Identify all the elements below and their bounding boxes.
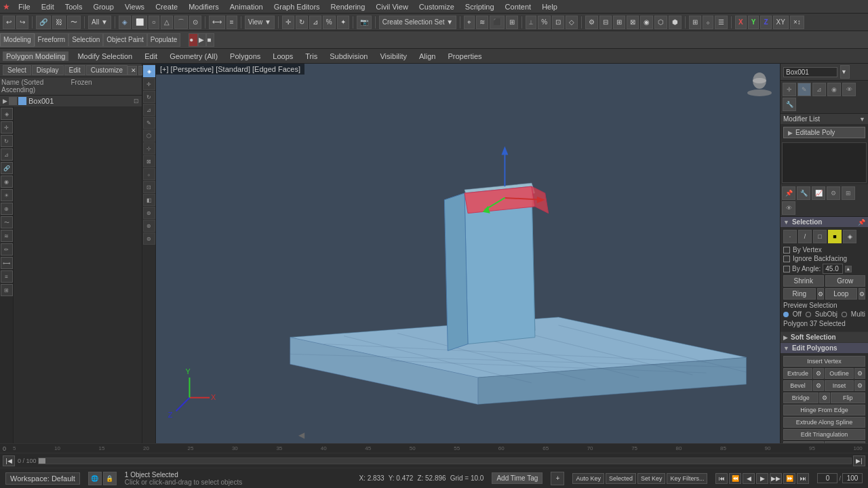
tool-misc6-btn[interactable]: ⊛ bbox=[143, 220, 155, 232]
select-region-fence[interactable]: △ bbox=[161, 16, 173, 29]
open-schematic[interactable]: ⊞ bbox=[689, 16, 701, 29]
populate-mode[interactable]: Populate bbox=[147, 33, 180, 47]
utilities-icon[interactable]: 🔧 bbox=[783, 98, 796, 111]
tool-link[interactable]: 🔗 bbox=[1, 162, 13, 174]
create-icon[interactable]: ✛ bbox=[783, 83, 796, 96]
eye-icon[interactable]: 👁 bbox=[782, 201, 795, 215]
set-key-btn[interactable]: Set Key bbox=[637, 473, 666, 484]
tool-snap-btn[interactable]: ⊹ bbox=[143, 142, 155, 155]
tool-layer[interactable]: ≋ bbox=[1, 230, 13, 242]
menu-create[interactable]: Create bbox=[150, 3, 183, 11]
tool-misc7-btn[interactable]: ⊜ bbox=[143, 232, 155, 245]
tool-camera[interactable]: ◉ bbox=[1, 176, 13, 188]
workspace-label[interactable]: Workspace: Default bbox=[5, 472, 80, 485]
current-frame-input[interactable] bbox=[817, 473, 837, 483]
select-filter[interactable]: All ▼ bbox=[88, 16, 111, 29]
edit-polygons-header[interactable]: ▼ Edit Polygons bbox=[781, 343, 868, 353]
menu-help[interactable]: Help bbox=[536, 3, 563, 11]
stop-rec[interactable]: ■ bbox=[206, 33, 214, 47]
axis-z[interactable]: Z bbox=[760, 16, 771, 29]
menu-animation[interactable]: Animation bbox=[224, 3, 269, 11]
retriangulate-btn[interactable]: Retriangulate bbox=[783, 441, 824, 443]
polygon-sel-icon[interactable]: ■ bbox=[828, 230, 842, 243]
tab-subdivision[interactable]: Subdivision bbox=[326, 52, 371, 61]
tool-misc1-btn[interactable]: ⊠ bbox=[143, 155, 155, 167]
create-selection-set[interactable]: Create Selection Set ▼ bbox=[379, 16, 456, 29]
tab-align[interactable]: Align bbox=[416, 52, 439, 61]
tab-properties[interactable]: Properties bbox=[444, 52, 485, 61]
place-highlight[interactable]: ◉ bbox=[640, 16, 653, 29]
tool-paint[interactable]: ✏ bbox=[1, 243, 13, 256]
tab-edit[interactable]: Edit bbox=[141, 52, 161, 61]
preview-multi-radio[interactable] bbox=[842, 312, 847, 317]
undo-button[interactable]: ↩ bbox=[3, 16, 15, 29]
key-mode[interactable]: ◇ bbox=[566, 16, 578, 29]
outline-settings[interactable]: ⚙ bbox=[854, 368, 865, 379]
bridge-settings[interactable]: ⚙ bbox=[819, 392, 830, 403]
tool-rotate-btn[interactable]: ↻ bbox=[143, 91, 155, 103]
viewport-navigation-hat[interactable] bbox=[743, 67, 776, 101]
material-editor[interactable]: ⬦ bbox=[703, 16, 713, 29]
ring-button[interactable]: Ring bbox=[783, 288, 816, 300]
tool-space-warp[interactable]: 〜 bbox=[1, 216, 13, 228]
timeline-scrubber[interactable] bbox=[38, 458, 852, 464]
redo-button[interactable]: ↪ bbox=[16, 16, 28, 29]
play-prev-frame[interactable]: ◀ bbox=[743, 473, 755, 484]
select-rotate[interactable]: ↻ bbox=[296, 16, 308, 29]
editable-poly-modifier[interactable]: ▶ Editable Poly bbox=[783, 127, 865, 138]
menu-rendering[interactable]: Rendering bbox=[326, 3, 371, 11]
obj-options-btn[interactable]: ▼ bbox=[840, 65, 850, 79]
rec-button[interactable]: ● bbox=[189, 33, 198, 47]
display-icon[interactable]: 👁 bbox=[842, 83, 856, 96]
vertex-sel-icon[interactable]: · bbox=[783, 230, 797, 243]
ribbon-toggle[interactable]: ⬛ bbox=[490, 16, 505, 29]
tab-tris[interactable]: Tris bbox=[302, 52, 321, 61]
selection-mode[interactable]: Selection bbox=[68, 33, 103, 47]
bevel-settings[interactable]: ⚙ bbox=[813, 380, 824, 391]
tab-visibility[interactable]: Visibility bbox=[376, 52, 410, 61]
menu-content[interactable]: Content bbox=[500, 3, 537, 11]
border-sel-icon[interactable]: □ bbox=[813, 230, 827, 243]
view-label[interactable]: View ▼ bbox=[245, 16, 275, 29]
ring-settings[interactable]: ⚙ bbox=[817, 288, 824, 300]
align-camera[interactable]: ⬡ bbox=[654, 16, 667, 29]
play-first-frame[interactable]: ⏮ bbox=[715, 473, 728, 484]
extrude-btn[interactable]: Extrude bbox=[783, 368, 812, 379]
selection-header[interactable]: ▼ Selection 📌 bbox=[781, 217, 868, 227]
play-next-frame[interactable]: ▶▶ bbox=[770, 473, 782, 484]
menu-tools[interactable]: Tools bbox=[60, 3, 88, 11]
selection-pin[interactable]: 📌 bbox=[858, 219, 865, 226]
scene-item-box001[interactable]: ▶ Box001 ⊡ bbox=[0, 96, 142, 106]
ignore-backfacing-checkbox[interactable] bbox=[783, 256, 790, 262]
select-region-rect[interactable]: ⬜ bbox=[132, 16, 147, 29]
play-last-frame[interactable]: ⏭ bbox=[797, 473, 809, 484]
tool-light[interactable]: ☀ bbox=[1, 189, 13, 201]
tab-geometry[interactable]: Geometry (All) bbox=[166, 52, 221, 61]
settings-icon[interactable]: ⚙ bbox=[827, 186, 840, 200]
menu-file[interactable]: File bbox=[13, 3, 36, 11]
insert-vertex-btn[interactable]: Insert Vertex bbox=[783, 356, 865, 367]
tab-polygons[interactable]: Polygons bbox=[226, 52, 264, 61]
element-sel-icon[interactable]: ◈ bbox=[843, 230, 856, 243]
close-panel[interactable]: ✕ bbox=[127, 66, 137, 75]
select-region-paint[interactable]: ⊙ bbox=[189, 16, 201, 29]
modifier-list-dropdown[interactable]: ▼ bbox=[859, 116, 865, 123]
modeling-mode[interactable]: Modeling bbox=[0, 33, 35, 47]
timeline-end[interactable]: ▶| bbox=[853, 455, 865, 466]
turn-btn[interactable]: Turn bbox=[825, 441, 865, 443]
edge-sel-icon[interactable]: / bbox=[798, 230, 812, 243]
menu-customize[interactable]: Customize bbox=[414, 3, 460, 11]
auto-grid[interactable]: ⊞ bbox=[506, 16, 518, 29]
scene-icon[interactable]: 🌐 bbox=[88, 472, 102, 485]
menu-edit[interactable]: Edit bbox=[36, 3, 60, 11]
inset-btn[interactable]: Inset bbox=[825, 380, 854, 391]
auto-key-btn[interactable]: Auto Key bbox=[572, 473, 604, 484]
play-rec[interactable]: ▶ bbox=[198, 33, 206, 47]
outline-btn[interactable]: Outline bbox=[825, 368, 854, 379]
tab-polygon-modeling[interactable]: Polygon Modeling bbox=[3, 52, 68, 61]
loop-settings[interactable]: ⚙ bbox=[859, 288, 865, 300]
tool-edit-btn[interactable]: ✎ bbox=[143, 117, 155, 129]
hinge-btn[interactable]: Hinge From Edge bbox=[783, 405, 865, 415]
tab-modify-selection[interactable]: Modify Selection bbox=[74, 52, 136, 61]
play-btn[interactable]: ▶ bbox=[756, 473, 768, 484]
